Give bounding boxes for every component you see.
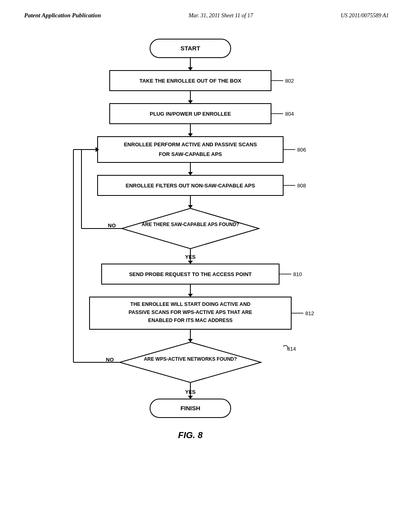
svg-marker-9 xyxy=(188,100,193,104)
svg-marker-38 xyxy=(188,261,193,264)
svg-text:FINISH: FINISH xyxy=(180,405,200,411)
publication-title: Patent Application Publication xyxy=(24,12,101,19)
svg-text:806: 806 xyxy=(297,147,306,153)
page-header: Patent Application Publication Mar. 31, … xyxy=(0,0,413,23)
svg-text:PASSIVE SCANS FOR WPS-ACTIVE A: PASSIVE SCANS FOR WPS-ACTIVE APS THAT AR… xyxy=(129,310,252,315)
svg-marker-15 xyxy=(188,133,193,137)
svg-marker-44 xyxy=(188,294,193,297)
svg-text:THE ENROLLEE WILL START DOING : THE ENROLLEE WILL START DOING ACTIVE AND xyxy=(130,301,250,307)
svg-text:ENROLLEE PERFORM ACTIVE AND PA: ENROLLEE PERFORM ACTIVE AND PASSIVE SCAN… xyxy=(124,141,257,148)
svg-text:FOR SAW-CAPABLE APS: FOR SAW-CAPABLE APS xyxy=(159,151,222,157)
svg-marker-52 xyxy=(188,339,193,342)
svg-marker-22 xyxy=(188,172,193,175)
svg-text:808: 808 xyxy=(297,183,306,189)
publication-date: Mar. 31, 2011 Sheet 11 of 17 xyxy=(189,12,253,19)
svg-text:810: 810 xyxy=(293,271,302,277)
svg-marker-28 xyxy=(188,205,193,208)
svg-text:NO: NO xyxy=(106,357,114,363)
svg-text:804: 804 xyxy=(285,111,294,117)
svg-text:TAKE THE ENROLLEE OUT OF THE B: TAKE THE ENROLLEE OUT OF THE BOX xyxy=(140,78,242,84)
svg-text:ENROLLEE FILTERS OUT NON-SAW-C: ENROLLEE FILTERS OUT NON-SAW-CAPABLE APS xyxy=(126,183,255,189)
svg-rect-16 xyxy=(98,137,283,162)
svg-marker-3 xyxy=(188,67,193,71)
diagram-area: START TAKE THE ENROLLEE OUT OF THE BOX 8… xyxy=(0,23,413,495)
svg-marker-63 xyxy=(188,396,193,399)
svg-text:ARE THERE SAW-CAPABLE APS FOUN: ARE THERE SAW-CAPABLE APS FOUND? xyxy=(142,222,239,227)
svg-text:814: 814 xyxy=(287,346,296,352)
svg-marker-54 xyxy=(120,342,261,382)
svg-text:SEND PROBE REQUEST TO THE ACCE: SEND PROBE REQUEST TO THE ACCESS POINT xyxy=(129,271,252,277)
patent-number: US 2011/0075589 A1 xyxy=(341,12,389,19)
svg-text:PLUG IN/POWER UP ENROLLEE: PLUG IN/POWER UP ENROLLEE xyxy=(150,111,231,117)
svg-text:ARE WPS-ACTIVE NETWORKS FOUND?: ARE WPS-ACTIVE NETWORKS FOUND? xyxy=(144,356,237,362)
svg-text:ENABLED FOR ITS MAC ADDRESS: ENABLED FOR ITS MAC ADDRESS xyxy=(148,318,232,323)
svg-marker-29 xyxy=(122,208,259,249)
svg-text:802: 802 xyxy=(285,78,294,84)
svg-text:START: START xyxy=(181,45,200,52)
svg-text:812: 812 xyxy=(305,310,314,316)
svg-text:FIG. 8: FIG. 8 xyxy=(178,430,203,440)
svg-text:NO: NO xyxy=(108,222,116,229)
flowchart-svg: START TAKE THE ENROLLEE OUT OF THE BOX 8… xyxy=(41,31,372,490)
